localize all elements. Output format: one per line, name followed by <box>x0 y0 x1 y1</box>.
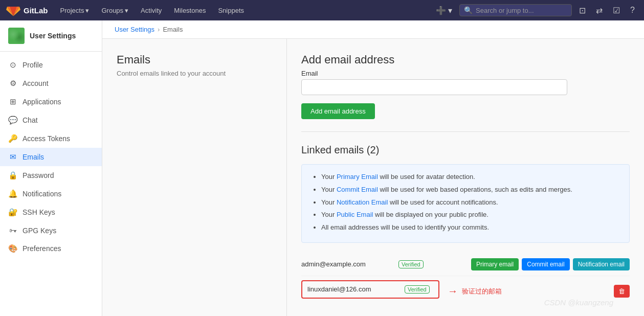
sidebar-item-label: Profile <box>23 61 43 69</box>
help-icon[interactable]: ? <box>627 0 638 20</box>
add-email-title: Add email address <box>301 53 630 66</box>
email-field[interactable] <box>301 79 567 95</box>
sidebar-item-ssh-keys[interactable]: 🔐 SSH Keys <box>0 203 102 221</box>
verified-badge-1: Verified <box>398 260 424 268</box>
preferences-icon: 🎨 <box>8 244 17 253</box>
info-item-4: Your Public Email will be displayed on y… <box>321 210 620 220</box>
email-row-1: admin@example.com Verified Primary email… <box>301 253 630 276</box>
sidebar-item-gpg-keys[interactable]: 🗝 GPG Keys <box>0 221 102 239</box>
profile-icon: ⊙ <box>8 60 17 70</box>
section-divider <box>301 131 630 132</box>
left-panel: Emails Control emails linked to your acc… <box>102 39 286 316</box>
chevron-down-icon: ▾ <box>85 7 89 14</box>
add-email-button[interactable]: Add email address <box>301 103 375 119</box>
email-icon: ✉ <box>8 152 17 162</box>
email-info-box: Your Primary Email will be used for avat… <box>301 164 630 243</box>
avatar <box>8 28 25 44</box>
chat-icon: 💬 <box>8 116 17 125</box>
sidebar-item-label: Account <box>23 79 49 87</box>
sidebar: User Settings ⊙ Profile ⚙ Account ⊞ Appl… <box>0 20 102 316</box>
email-address-2: linuxdaniel@126.com <box>307 285 399 293</box>
commit-email-button[interactable]: Commit email <box>522 258 569 270</box>
logo-text: GitLab <box>24 6 48 15</box>
email-row-2: linuxdaniel@126.com Verified <box>301 280 439 299</box>
primary-email-button[interactable]: Primary email <box>471 258 519 270</box>
annotation: → 验证过的邮箱 <box>448 285 502 297</box>
sidebar-item-preferences[interactable]: 🎨 Preferences <box>0 239 102 258</box>
key-icon: 🔑 <box>8 134 17 143</box>
sidebar-item-label: Notifications <box>23 190 61 198</box>
info-item-5: All email addresses will be used to iden… <box>321 222 620 233</box>
email-address-1: admin@example.com <box>301 260 393 268</box>
right-panel: Add email address Email Add email addres… <box>286 39 644 316</box>
sidebar-item-label: GPG Keys <box>23 227 56 235</box>
breadcrumb-separator: › <box>158 26 160 33</box>
sidebar-item-notifications[interactable]: 🔔 Notifications <box>0 185 102 203</box>
gitlab-logo[interactable]: GitLab <box>6 3 48 17</box>
gpg-icon: 🗝 <box>8 226 17 235</box>
nav-snippets[interactable]: Snippets <box>214 0 248 20</box>
search-bar[interactable]: 🔍 <box>459 4 572 16</box>
delete-email-button[interactable]: 🗑 <box>614 285 630 298</box>
sidebar-item-profile[interactable]: ⊙ Profile <box>0 56 102 74</box>
breadcrumb: User Settings › Emails <box>102 20 644 39</box>
todos-icon[interactable]: ☑ <box>610 0 623 20</box>
commit-email-link[interactable]: Commit Email <box>337 186 378 193</box>
linked-emails-title: Linked emails (2) <box>301 144 630 156</box>
notification-email-link[interactable]: Notification Email <box>337 198 388 206</box>
annotation-text: 验证过的邮箱 <box>462 287 502 296</box>
nav-projects[interactable]: Projects ▾ <box>56 0 94 20</box>
password-icon: 🔒 <box>8 171 17 180</box>
nav-groups[interactable]: Groups ▾ <box>97 0 132 20</box>
email-form-group: Email <box>301 70 630 95</box>
sidebar-item-password[interactable]: 🔒 Password <box>0 166 102 185</box>
main-content: User Settings › Emails Emails Control em… <box>102 20 644 316</box>
search-icon: 🔍 <box>464 6 473 14</box>
sidebar-nav: ⊙ Profile ⚙ Account ⊞ Applications 💬 Cha… <box>0 52 102 262</box>
sidebar-item-label: Preferences <box>23 244 61 253</box>
ssh-icon: 🔐 <box>8 208 17 217</box>
sidebar-item-applications[interactable]: ⊞ Applications <box>0 93 102 111</box>
applications-icon: ⊞ <box>8 97 17 106</box>
sidebar-item-label: Emails <box>23 153 44 161</box>
notification-email-button[interactable]: Notification email <box>573 258 630 270</box>
chevron-down-icon: ▾ <box>125 7 128 14</box>
sidebar-item-label: Applications <box>23 98 61 106</box>
account-icon: ⚙ <box>8 79 17 88</box>
arrow-icon: → <box>448 285 458 297</box>
info-item-3: Your Notification Email will be used for… <box>321 197 620 208</box>
page-title: Emails <box>117 53 272 66</box>
page-description: Control emails linked to your account <box>117 70 272 77</box>
issues-icon[interactable]: ⊡ <box>576 0 589 20</box>
sidebar-item-label: Password <box>23 171 54 179</box>
info-item-1: Your Primary Email will be used for avat… <box>321 172 620 183</box>
sidebar-item-emails[interactable]: ✉ Emails <box>0 148 102 166</box>
breadcrumb-current: Emails <box>163 26 183 33</box>
breadcrumb-parent[interactable]: User Settings <box>115 26 154 33</box>
bell-icon: 🔔 <box>8 189 17 198</box>
public-email-link[interactable]: Public Email <box>337 211 373 218</box>
sidebar-header: User Settings <box>0 20 102 52</box>
primary-email-link[interactable]: Primary Email <box>337 173 378 180</box>
sidebar-item-chat[interactable]: 💬 Chat <box>0 111 102 129</box>
sidebar-item-label: Chat <box>23 116 38 124</box>
search-input[interactable] <box>476 7 558 14</box>
sidebar-item-access-tokens[interactable]: 🔑 Access Tokens <box>0 129 102 148</box>
sidebar-item-label: SSH Keys <box>23 208 55 216</box>
email-row-2-wrapper: linuxdaniel@126.com Verified → 验证过的邮箱 🗑 <box>301 280 630 303</box>
nav-milestones[interactable]: Milestones <box>170 0 210 20</box>
sidebar-item-label: Access Tokens <box>23 134 70 143</box>
sidebar-item-account[interactable]: ⚙ Account <box>0 74 102 93</box>
merge-requests-icon[interactable]: ⇄ <box>593 0 606 20</box>
top-navigation: GitLab Projects ▾ Groups ▾ Activity Mile… <box>0 0 644 20</box>
verified-badge-2: Verified <box>405 285 430 294</box>
info-item-2: Your Commit Email will be used for web b… <box>321 185 620 195</box>
new-item-button[interactable]: ➕ ▾ <box>433 0 455 20</box>
email-label: Email <box>301 70 630 77</box>
content-area: Emails Control emails linked to your acc… <box>102 39 644 316</box>
sidebar-title: User Settings <box>30 32 76 40</box>
nav-activity[interactable]: Activity <box>137 0 166 20</box>
